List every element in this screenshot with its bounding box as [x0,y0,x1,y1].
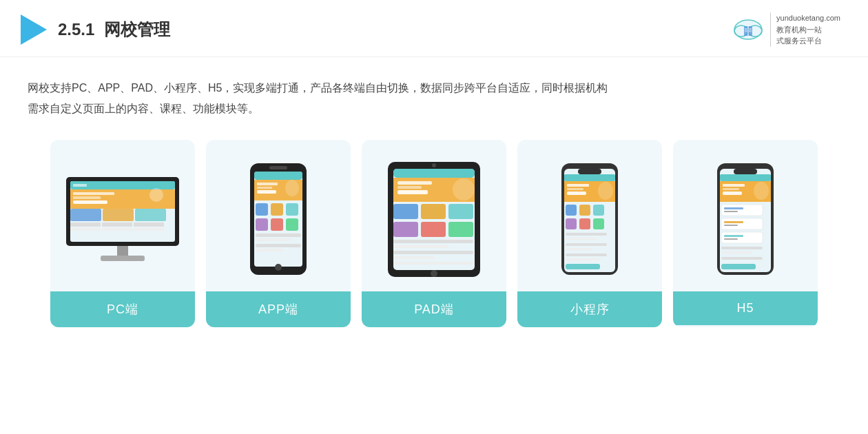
svg-rect-68 [393,240,473,243]
logo-triangle-icon [21,14,47,45]
app-phone-illustration [247,161,309,278]
svg-rect-59 [397,186,422,189]
svg-rect-66 [421,222,446,237]
pad-label: PAD端 [362,291,506,327]
svg-rect-79 [567,188,583,190]
svg-rect-91 [566,248,592,250]
svg-rect-106 [724,211,738,212]
svg-rect-109 [724,225,738,226]
svg-point-51 [275,264,282,271]
description-line2: 需求自定义页面上的内容、课程、功能模块等。 [28,99,840,119]
svg-rect-22 [103,209,134,221]
pad-image-area [362,140,506,291]
svg-rect-24 [70,223,101,227]
svg-rect-101 [723,188,739,190]
svg-rect-113 [721,247,763,249]
svg-rect-35 [254,172,302,180]
svg-rect-41 [256,203,268,216]
brand-url: yunduoketang.com [776,12,840,24]
svg-point-81 [598,182,613,200]
svg-rect-87 [593,218,604,229]
svg-point-55 [431,270,437,277]
svg-rect-108 [724,221,743,223]
svg-rect-114 [721,251,752,254]
svg-rect-88 [566,233,607,236]
svg-rect-39 [257,190,276,194]
svg-rect-82 [566,205,577,216]
svg-rect-29 [134,228,164,231]
svg-rect-31 [101,256,145,261]
svg-rect-84 [593,205,604,216]
svg-point-54 [432,163,436,167]
svg-rect-115 [721,257,763,260]
svg-rect-49 [256,244,301,247]
brand-logo: yunduoketang.com 教育机构一站 式服务云平台 [732,12,840,47]
svg-rect-72 [393,262,473,265]
svg-rect-86 [579,218,590,229]
svg-rect-17 [73,192,114,195]
svg-rect-62 [393,204,418,219]
svg-rect-43 [286,203,298,216]
svg-rect-56 [393,169,475,178]
svg-rect-28 [102,228,132,231]
section-title: 网校管理 [104,20,170,39]
svg-point-20 [149,188,163,202]
svg-rect-93 [566,258,600,260]
svg-rect-64 [448,204,473,219]
svg-rect-110 [721,232,763,243]
pad-tablet-illustration [382,159,486,280]
miniprogram-card: 小程序 [517,140,662,327]
app-label: APP端 [206,291,351,327]
brand-line1: 教育机构一站 [776,24,840,36]
app-image-area [206,140,351,291]
h5-card: H5 [673,140,818,327]
svg-rect-21 [70,209,101,221]
miniprogram-phone-illustration [559,161,621,278]
svg-rect-71 [393,256,435,259]
svg-rect-69 [393,245,448,248]
miniprogram-image-area [517,140,662,291]
svg-rect-116 [721,264,756,269]
svg-rect-42 [271,203,283,216]
svg-rect-34 [269,166,287,169]
svg-rect-30 [117,246,128,256]
svg-rect-107 [721,218,763,229]
svg-rect-76 [564,174,615,181]
svg-rect-112 [724,238,738,240]
svg-rect-67 [448,222,473,237]
svg-rect-60 [397,190,428,194]
page-title: 2.5.1 网校管理 [58,19,170,41]
svg-rect-37 [257,183,278,185]
svg-rect-65 [393,222,418,237]
svg-rect-19 [73,200,107,204]
h5-label: H5 [673,291,818,325]
svg-rect-38 [257,187,272,189]
svg-rect-26 [134,223,164,227]
pc-label: PC端 [50,291,195,327]
pc-image-area [50,140,195,291]
svg-rect-98 [720,174,771,181]
svg-rect-102 [723,192,742,195]
svg-rect-18 [73,196,101,199]
brand-icon [732,16,765,43]
brand-text: yunduoketang.com 教育机构一站 式服务云平台 [770,12,840,47]
svg-rect-83 [579,205,590,216]
svg-rect-70 [393,251,473,254]
miniprogram-label: 小程序 [517,291,662,327]
pc-monitor-illustration [63,174,182,264]
app-card: APP端 [206,140,351,327]
h5-image-area [673,140,818,291]
device-cards-section: PC端 [0,126,868,341]
pad-card: PAD端 [362,140,506,327]
section-number: 2.5.1 [58,20,94,39]
svg-rect-27 [70,228,101,231]
description-line1: 网校支持PC、APP、PAD、小程序、H5，实现多端打通，产品各终端自由切换，数… [28,78,840,99]
svg-rect-47 [256,234,301,237]
svg-rect-45 [271,218,283,231]
svg-rect-48 [256,238,290,241]
svg-rect-105 [724,207,743,209]
svg-rect-111 [724,235,743,237]
svg-rect-90 [566,243,607,246]
brand-line2: 式服务云平台 [776,35,840,47]
svg-rect-75 [578,169,601,174]
